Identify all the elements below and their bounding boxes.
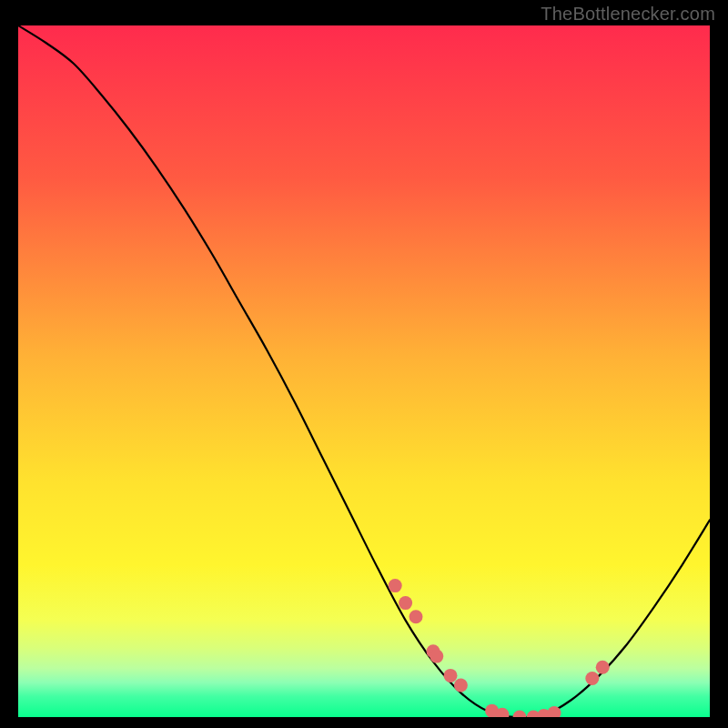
- chart-frame: TheBottlenecker.com: [0, 0, 728, 728]
- data-marker: [585, 672, 599, 685]
- data-marker: [596, 661, 610, 674]
- data-marker: [454, 679, 468, 693]
- attribution-text: TheBottlenecker.com: [541, 4, 715, 25]
- data-marker: [444, 669, 458, 682]
- data-marker: [513, 711, 527, 718]
- data-marker: [399, 596, 412, 610]
- data-marker: [410, 610, 423, 623]
- data-marker: [430, 650, 443, 663]
- chart-svg: [18, 25, 710, 717]
- data-marker: [389, 579, 402, 592]
- plot-area: [18, 25, 710, 717]
- bottleneck-curve: [18, 25, 710, 717]
